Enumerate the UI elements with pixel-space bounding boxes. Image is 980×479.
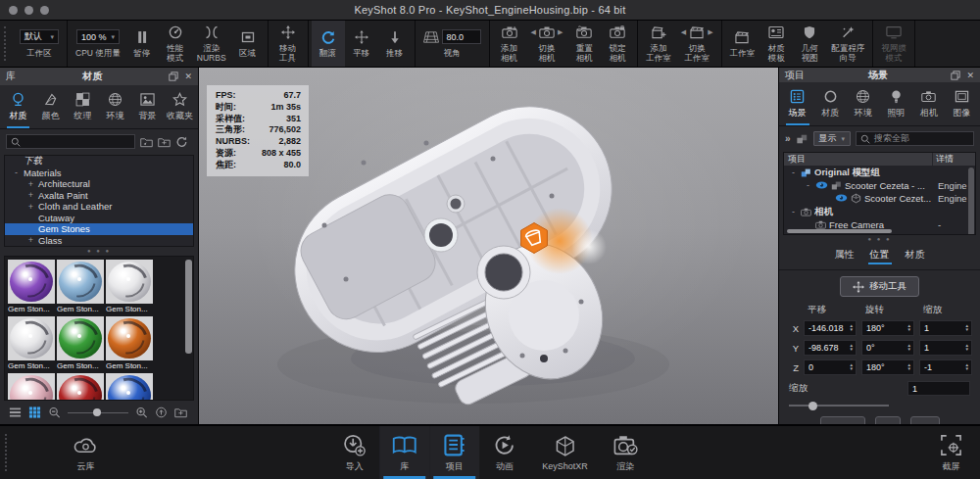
library-search-input[interactable] [6, 134, 135, 149]
render-nurbs-button[interactable]: 渲染 NURBS [192, 21, 231, 67]
tab-environments[interactable]: 环境 [99, 89, 131, 128]
next-arrow[interactable]: ▶ [708, 28, 712, 36]
reset-camera-button[interactable]: 重置 相机 [567, 21, 601, 67]
stepper-arrows-icon[interactable]: ▲▼ [965, 363, 969, 372]
pan-button[interactable]: 平移 [345, 21, 378, 67]
project-button[interactable]: 项目 [429, 426, 479, 479]
stepper-arrows-icon[interactable]: ▲▼ [907, 344, 911, 353]
refresh-library-button[interactable] [175, 136, 188, 148]
stepper-arrows-icon[interactable]: ▲▼ [850, 324, 854, 333]
configurator-wizard-button[interactable]: 配置程序 向导 [826, 21, 869, 67]
material-thumbnail[interactable]: Gem Ston... [8, 260, 55, 314]
tree-expander[interactable]: + [26, 235, 35, 245]
tab-scene[interactable]: 场景 [781, 86, 814, 125]
performance-mode-button[interactable]: 性能 模式 [159, 21, 192, 67]
library-tree-item[interactable]: 下载 [5, 156, 193, 168]
slider-thumb[interactable] [93, 408, 101, 416]
add-studio-button[interactable]: 添加 工作室 [641, 21, 676, 67]
position-action-button[interactable] [820, 416, 865, 424]
tab-textures[interactable]: 纹理 [67, 89, 99, 128]
group-by-icon[interactable] [796, 133, 808, 145]
thumbnail-zoom-in-button[interactable] [135, 407, 148, 418]
zoom-window-button[interactable] [40, 6, 49, 15]
material-thumbnail[interactable]: Gem Ston... [106, 316, 153, 371]
render-button[interactable]: 渲染 [601, 426, 651, 479]
tab-materials[interactable]: 材质 [2, 89, 34, 128]
material-thumbnail[interactable] [57, 373, 104, 401]
thumbnails-scrollbar[interactable] [185, 260, 192, 354]
scene-tree-item[interactable]: - Original 模型组 [784, 166, 975, 178]
dock-drag-handle[interactable] [5, 434, 12, 471]
geometry-view-button[interactable]: 几何 视图 [793, 21, 826, 67]
scale-input[interactable]: 1 ▲▼ [919, 340, 972, 356]
stepper-arrows-icon[interactable]: ▲▼ [907, 363, 911, 372]
library-tree-item[interactable]: - Materials [5, 168, 193, 179]
material-thumbnail[interactable]: Gem Ston... [57, 316, 104, 371]
workspace-dropdown[interactable]: 默认 ▾ 工作区 [15, 21, 64, 67]
folder-options-button[interactable] [174, 407, 187, 418]
toolbar-value-field[interactable]: 80.0 [442, 29, 481, 44]
show-filter-dropdown[interactable]: 显示 ▾ [813, 131, 852, 146]
realtime-viewport[interactable]: FPS: 67.7 时间: 1m 35s 采样值: 351 三角形: [198, 68, 779, 424]
lock-camera-button[interactable]: 锁定 相机 [601, 21, 634, 67]
tree-expander[interactable]: + [26, 202, 35, 212]
tab-colors[interactable]: 颜色 [34, 89, 67, 128]
screenshot-button[interactable]: 截屏 [926, 426, 976, 479]
import-button[interactable]: 导入 [329, 426, 379, 479]
import-folder-button[interactable] [158, 136, 171, 148]
dolly-button[interactable]: 推移 [378, 21, 412, 67]
switch-studio-button[interactable]: ◀ ▶ 切换 工作室 [676, 21, 718, 67]
add-camera-button[interactable]: 添加 相机 [493, 21, 526, 67]
scene-tree-item[interactable]: Scooter Cezet... Engine [784, 192, 975, 205]
library-tree-item[interactable]: + Glass [5, 235, 193, 247]
translate-input[interactable]: 0 ▲▼ [804, 359, 857, 375]
toolbar-drag-handle[interactable] [4, 26, 11, 61]
close-panel-icon[interactable]: ✕ [966, 71, 974, 80]
property-tab[interactable]: 位置 [870, 248, 890, 264]
translate-input[interactable]: -146.018 ▲▼ [804, 320, 857, 336]
tab-backplates[interactable]: 背景 [131, 89, 164, 128]
stepper-arrows-icon[interactable]: ▲▼ [965, 344, 969, 353]
tree-expander[interactable]: - [789, 168, 798, 177]
grid-view-button[interactable] [28, 407, 41, 418]
pause-button[interactable]: 暂停 [125, 21, 159, 67]
library-dock-label[interactable]: 库 [6, 70, 16, 83]
scene-search-input[interactable]: 搜索全部 [856, 131, 974, 146]
library-tree-item[interactable]: + Cloth and Leather [5, 201, 193, 213]
property-tab[interactable]: 材质 [906, 248, 925, 264]
keyshotxr-button[interactable]: KeyShotXR [529, 426, 601, 479]
cpu-usage-dropdown[interactable]: 100 % ▾ CPU 使用量 [71, 21, 125, 67]
thumbnail-size-slider[interactable] [68, 407, 128, 417]
rotate-input[interactable]: 0° ▲▼ [861, 340, 914, 356]
scene-tree-item[interactable]: - Scooter Cezeta - ... Engine [784, 179, 975, 192]
minimize-window-button[interactable] [24, 6, 33, 15]
material-thumbnail[interactable]: Gem Ston... [57, 260, 104, 314]
scene-tree-vscrollbar[interactable] [968, 168, 974, 235]
project-dock-label[interactable]: 项目 [785, 69, 805, 82]
uniform-scale-slider[interactable] [789, 400, 889, 411]
close-window-button[interactable] [9, 6, 18, 15]
animation-button[interactable]: 动画 [479, 426, 529, 479]
library-tree-item[interactable]: + Axalta Paint [5, 190, 193, 202]
material-thumbnail[interactable] [8, 373, 55, 401]
panel-splitter[interactable]: ● ● ● [0, 247, 198, 256]
toolbar-value-field[interactable]: 100 % ▾ [76, 29, 120, 44]
material-thumbnail[interactable] [106, 373, 153, 401]
material-thumbnail[interactable]: Gem Ston... [106, 260, 153, 314]
library-tree-item[interactable]: + Architectural [5, 178, 193, 190]
undock-panel-icon[interactable] [951, 71, 960, 80]
tab-material[interactable]: 材质 [814, 86, 848, 125]
stepper-arrows-icon[interactable]: ▲▼ [965, 324, 969, 333]
tab-lighting[interactable]: 照明 [880, 86, 913, 125]
tree-expander[interactable]: - [789, 207, 798, 216]
rotate-input[interactable]: 180° ▲▼ [861, 320, 914, 336]
stepper-arrows-icon[interactable]: ▲▼ [850, 363, 854, 372]
translate-input[interactable]: -98.678 ▲▼ [804, 340, 857, 356]
scene-tree-hscrollbar[interactable] [787, 229, 892, 233]
tumble-button[interactable]: 翻滚 [312, 21, 345, 67]
retina-mode-button[interactable]: 视网膜 模式 [876, 21, 911, 67]
tree-expander[interactable]: + [26, 190, 35, 200]
next-arrow[interactable]: ▶ [558, 28, 563, 36]
material-template-button[interactable]: 材质 模板 [760, 21, 793, 67]
region-button[interactable]: 区域 [231, 21, 265, 67]
